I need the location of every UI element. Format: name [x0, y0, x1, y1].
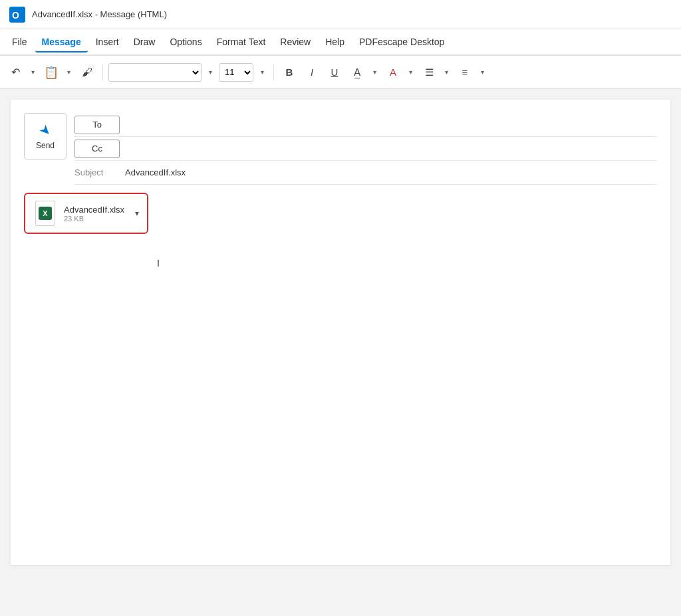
font-arrow[interactable]: ▾: [204, 62, 216, 82]
excel-icon-body: X: [35, 201, 55, 226]
cursor-indicator: I: [157, 258, 160, 268]
menu-pdfescape[interactable]: PDFescape Desktop: [352, 33, 451, 51]
menu-insert[interactable]: Insert: [89, 33, 126, 51]
menu-draw[interactable]: Draw: [127, 33, 162, 51]
menu-format-text[interactable]: Format Text: [210, 33, 273, 51]
highlight-arrow[interactable]: ▾: [368, 62, 380, 82]
font-color-group: A ▾: [383, 62, 416, 82]
toolbar: ↶ ▾ 📋 ▾ 🖌 ▾ 11 ▾ B I U A̲ ▾ A ▾ ☰ ▾ ≡ ▾: [0, 56, 681, 89]
numbering-button[interactable]: ≡: [455, 62, 475, 82]
attachment-chevron-icon[interactable]: ▾: [135, 209, 139, 218]
excel-badge: X: [39, 207, 52, 220]
bold-button[interactable]: B: [279, 62, 299, 82]
svg-text:O: O: [12, 10, 19, 21]
attachment-filename: AdvancedIf.xlsx: [64, 205, 124, 215]
undo-button[interactable]: ↶: [5, 62, 25, 82]
clipboard-group: 📋 ▾: [41, 62, 74, 82]
separator-1: [102, 64, 103, 80]
send-button[interactable]: ➤ Send: [24, 113, 67, 159]
font-color-button[interactable]: A: [383, 62, 403, 82]
send-label: Send: [36, 141, 55, 150]
to-button[interactable]: To: [74, 116, 120, 134]
attachment-info: AdvancedIf.xlsx 23 KB: [64, 205, 124, 223]
window-title: AdvancedIf.xlsx - Message (HTML): [32, 9, 167, 19]
numbering-arrow[interactable]: ▾: [476, 62, 488, 82]
italic-button[interactable]: I: [302, 62, 322, 82]
menu-file[interactable]: File: [5, 33, 34, 51]
to-input[interactable]: [125, 117, 657, 132]
cc-row: Cc: [74, 137, 657, 161]
paste-arrow[interactable]: ▾: [63, 62, 74, 82]
bullets-arrow[interactable]: ▾: [440, 62, 452, 82]
menu-options[interactable]: Options: [163, 33, 208, 51]
format-painter-button[interactable]: 🖌: [77, 62, 97, 82]
separator-2: [273, 64, 274, 80]
email-body[interactable]: I: [24, 245, 657, 444]
bullets-group: ☰ ▾: [419, 62, 452, 82]
menu-bar: File Message Insert Draw Options Format …: [0, 29, 681, 56]
font-name-select[interactable]: [108, 63, 202, 82]
title-bar: O AdvancedIf.xlsx - Message (HTML): [0, 0, 681, 29]
email-compose-area: ➤ Send To Cc Subject AdvancedIf.xlsx: [11, 100, 670, 565]
font-size-arrow[interactable]: ▾: [256, 62, 268, 82]
undo-arrow[interactable]: ▾: [27, 62, 39, 82]
font-color-arrow[interactable]: ▾: [404, 62, 416, 82]
outlook-icon: O: [9, 7, 25, 23]
cc-input[interactable]: [125, 141, 657, 156]
menu-review[interactable]: Review: [273, 33, 317, 51]
cc-button[interactable]: Cc: [74, 140, 120, 158]
attachment-card[interactable]: X AdvancedIf.xlsx 23 KB ▾: [24, 193, 148, 234]
menu-help[interactable]: Help: [319, 33, 351, 51]
numbering-group: ≡ ▾: [455, 62, 488, 82]
menu-message[interactable]: Message: [35, 33, 88, 52]
paste-button[interactable]: 📋: [41, 62, 61, 82]
underline-button[interactable]: U: [325, 62, 344, 82]
send-icon: ➤: [36, 121, 55, 140]
highlight-button[interactable]: A̲: [347, 62, 367, 82]
email-header: ➤ Send To Cc Subject AdvancedIf.xlsx: [24, 113, 657, 185]
bullets-button[interactable]: ☰: [419, 62, 439, 82]
subject-row: Subject AdvancedIf.xlsx: [74, 161, 657, 185]
attachment-size: 23 KB: [64, 215, 124, 223]
subject-label: Subject: [74, 167, 120, 177]
attachment-area: X AdvancedIf.xlsx 23 KB ▾: [24, 193, 657, 234]
subject-value: AdvancedIf.xlsx: [125, 167, 186, 177]
to-row: To: [74, 113, 657, 137]
excel-file-icon: X: [33, 199, 57, 227]
highlight-group: A̲ ▾: [347, 62, 380, 82]
font-size-select[interactable]: 11: [219, 63, 253, 82]
undo-group: ↶ ▾: [5, 62, 39, 82]
fields-area: To Cc Subject AdvancedIf.xlsx: [74, 113, 657, 185]
